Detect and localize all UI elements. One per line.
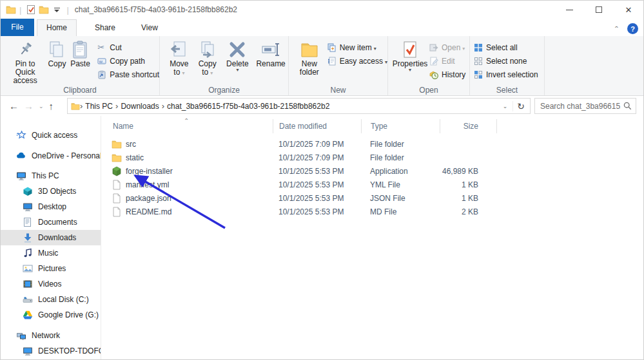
paste-shortcut-button[interactable]: Paste shortcut xyxy=(97,68,159,81)
properties-check-icon xyxy=(26,5,36,15)
delete-button[interactable]: Delete ▾ xyxy=(222,36,254,72)
sidebar-item-local-disk-c[interactable]: Local Disk (C:) xyxy=(1,292,101,307)
sidebar-item-quick-access[interactable]: Quick access xyxy=(1,128,101,143)
breadcrumb-current-folder[interactable]: chat_3ba96615-f75b-4a03-961b-2158fbb862b… xyxy=(164,102,332,111)
maximize-button[interactable] xyxy=(584,1,614,19)
delete-x-icon xyxy=(229,39,246,60)
select-all-button[interactable]: Select all xyxy=(474,41,538,54)
move-to-icon xyxy=(171,39,188,60)
sidebar-item-onedrive[interactable]: OneDrive - Personal xyxy=(1,148,101,164)
breadcrumb[interactable]: This PC Downloads chat_3ba96615-f75b-4a0… xyxy=(67,98,531,114)
properties-button[interactable]: Properties ▾ xyxy=(391,36,429,72)
open-button[interactable]: Open xyxy=(429,41,465,54)
close-button[interactable]: ✕ xyxy=(614,1,643,19)
copy-path-button[interactable]: W.. Copy path xyxy=(97,54,159,68)
refresh-icon[interactable]: ↻ xyxy=(512,101,529,111)
cube-icon xyxy=(23,186,33,196)
select-none-button[interactable]: Select none xyxy=(474,54,538,68)
file-explorer-window: { "window": { "title": "chat_3ba96615-f7… xyxy=(0,0,644,360)
edit-pencil-icon xyxy=(429,57,438,66)
open-icon xyxy=(429,43,438,52)
copy-pages-icon xyxy=(48,39,65,60)
svg-text:W..: W.. xyxy=(99,59,105,63)
recent-locations-button[interactable]: ⌄ xyxy=(37,103,46,109)
sidebar-item-desktop[interactable]: Desktop xyxy=(1,199,101,214)
file-row-package-json[interactable]: package.json 10/1/2025 5:53 PM JSON File… xyxy=(101,191,643,205)
file-row-manifest-yml[interactable]: manifest.yml 10/1/2025 5:53 PM YML File … xyxy=(101,178,643,191)
picture-icon xyxy=(23,263,33,274)
paste-button[interactable]: Paste xyxy=(68,36,93,68)
history-button[interactable]: History xyxy=(429,68,465,81)
file-icon xyxy=(112,193,122,204)
tab-home[interactable]: Home xyxy=(37,19,77,36)
tab-view[interactable]: View xyxy=(132,20,167,36)
forward-button[interactable]: → xyxy=(22,100,35,111)
collapse-ribbon-icon[interactable]: ⌃ xyxy=(614,25,620,32)
new-item-button[interactable]: New item xyxy=(327,41,387,54)
invert-selection-button[interactable]: Invert selection xyxy=(474,68,538,81)
tab-share[interactable]: Share xyxy=(86,20,124,36)
sidebar-item-this-pc[interactable]: This PC xyxy=(1,168,101,184)
scissors-icon: ✂ xyxy=(97,43,106,52)
new-folder-button[interactable]: New folder xyxy=(295,36,324,77)
sidebar-item-videos[interactable]: Videos xyxy=(1,276,101,292)
file-row-static[interactable]: static 10/1/2025 7:09 PM File folder xyxy=(101,151,643,164)
search-box[interactable] xyxy=(534,98,636,114)
file-icon xyxy=(112,207,122,217)
rename-icon xyxy=(261,39,280,60)
sidebar-item-pictures[interactable]: Pictures xyxy=(1,261,101,276)
qat-folder-button[interactable] xyxy=(37,3,50,17)
column-header-size[interactable]: Size xyxy=(440,119,496,133)
breadcrumb-downloads[interactable]: Downloads xyxy=(118,102,161,111)
history-clock-icon xyxy=(429,70,438,79)
sidebar-item-google-drive-g[interactable]: Google Drive (G:) xyxy=(1,307,101,323)
easy-access-button[interactable]: Easy access xyxy=(327,54,387,68)
document-icon xyxy=(23,217,33,227)
pin-to-quick-access-button[interactable]: Pin to Quick access xyxy=(5,36,46,85)
address-dropdown-icon[interactable]: ⌄ xyxy=(498,103,513,109)
minimize-button[interactable] xyxy=(554,1,584,19)
qat-customize-button[interactable] xyxy=(50,3,63,17)
sidebar-item-network[interactable]: Network xyxy=(1,328,101,343)
sidebar-item-documents[interactable]: Documents xyxy=(1,214,101,230)
edit-button[interactable]: Edit xyxy=(429,54,465,68)
copy-path-icon: W.. xyxy=(97,57,106,66)
folder-icon xyxy=(112,139,122,149)
help-button[interactable]: ? xyxy=(627,23,638,34)
desktop-monitor-icon xyxy=(23,202,33,212)
close-icon: ✕ xyxy=(625,6,632,14)
chevron-down-icon: ▾ xyxy=(409,68,411,72)
ribbon-group-select: Select all Select none Invert selection … xyxy=(470,36,545,95)
divider: | xyxy=(19,5,21,15)
cut-button[interactable]: ✂ Cut xyxy=(97,41,159,54)
file-row-forge-installer[interactable]: forge-installer 10/1/2025 5:53 PM Applic… xyxy=(101,164,643,178)
qat-properties-button[interactable] xyxy=(24,3,37,17)
up-button[interactable]: ↑ xyxy=(47,100,56,111)
invert-selection-icon xyxy=(474,70,483,79)
hard-drive-icon xyxy=(23,294,33,305)
column-headers: ⌃ Name Date modified Type Size xyxy=(101,119,643,133)
tab-file[interactable]: File xyxy=(1,19,34,36)
column-header-type[interactable]: Type xyxy=(361,119,440,133)
ribbon-group-open: Properties ▾ Open Edit History xyxy=(388,36,470,95)
breadcrumb-this-pc[interactable]: This PC xyxy=(83,102,115,111)
copy-to-button[interactable]: Copy to xyxy=(193,36,222,77)
copy-button[interactable]: Copy xyxy=(46,36,68,68)
move-to-button[interactable]: Move to xyxy=(165,36,193,77)
search-input[interactable] xyxy=(535,102,623,111)
film-icon xyxy=(23,279,33,289)
file-row-readme-md[interactable]: README.md 10/1/2025 5:53 PM MD File 2 KB xyxy=(101,205,643,218)
window-title: chat_3ba96615-f75b-4a03-961b-2158fbb862b… xyxy=(75,5,237,14)
rename-button[interactable]: Rename xyxy=(253,36,288,68)
maximize-icon xyxy=(596,6,602,13)
file-list-pane: ⌃ Name Date modified Type Size src 10/1/… xyxy=(101,116,643,360)
back-button[interactable]: ← xyxy=(7,100,21,111)
column-header-date-modified[interactable]: Date modified xyxy=(273,119,361,133)
sidebar-item-desktop-tdofcaa[interactable]: DESKTOP-TDOFCAA xyxy=(1,343,101,359)
sidebar-item-downloads[interactable]: Downloads xyxy=(1,230,101,245)
file-row-src[interactable]: src 10/1/2025 7:09 PM File folder xyxy=(101,137,643,151)
computer-icon xyxy=(16,171,26,181)
sidebar-item-3d-objects[interactable]: 3D Objects xyxy=(1,184,101,199)
ribbon: Pin to Quick access Copy Paste ✂ Cut W.. xyxy=(1,36,643,96)
sidebar-item-music[interactable]: Music xyxy=(1,245,101,261)
